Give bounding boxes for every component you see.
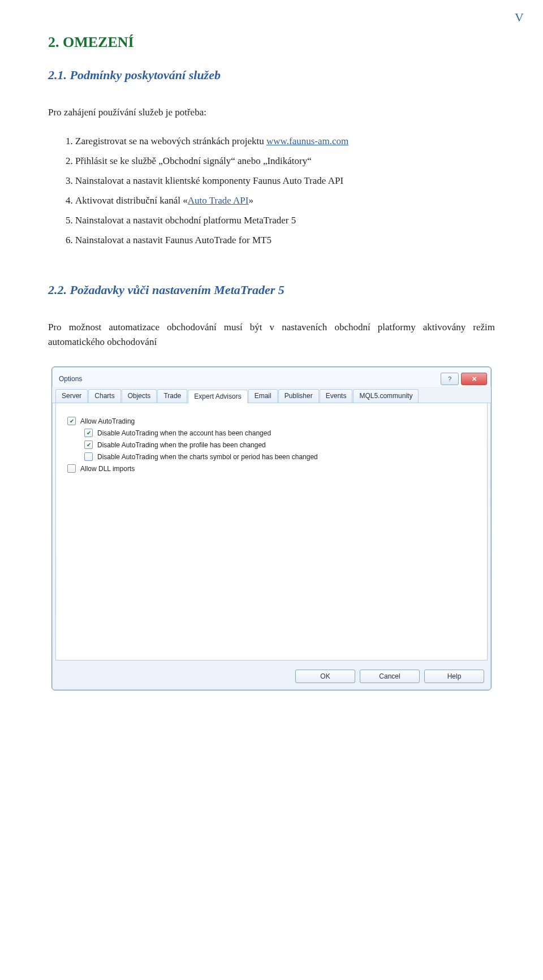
list-item: Aktivovat distribuční kanál «Auto Trade … bbox=[75, 193, 495, 209]
intro-paragraph: Pro zahájení používání služeb je potřeba… bbox=[48, 105, 495, 120]
list-item: Nainstalovat a nastavit klientské kompon… bbox=[75, 173, 495, 189]
requirements-paragraph: Pro možnost automatizace obchodování mus… bbox=[48, 320, 495, 350]
dialog-tabbar: Server Charts Objects Trade Expert Advis… bbox=[52, 387, 491, 403]
step-text: Zaregistrovat se na webových stránkách p… bbox=[75, 136, 266, 146]
tab-server[interactable]: Server bbox=[55, 389, 88, 403]
tab-events[interactable]: Events bbox=[320, 389, 353, 403]
list-item: Zaregistrovat se na webových stránkách p… bbox=[75, 133, 495, 150]
page-corner-marker: V bbox=[515, 10, 524, 25]
list-item: Přihlásit se ke službě „Obchodní signály… bbox=[75, 153, 495, 170]
tab-publisher[interactable]: Publisher bbox=[278, 389, 319, 403]
dialog-footer: OK Cancel Help bbox=[52, 664, 491, 690]
dialog-body: Allow AutoTrading Disable AutoTrading wh… bbox=[55, 403, 488, 660]
cancel-button[interactable]: Cancel bbox=[360, 670, 420, 683]
tab-trade[interactable]: Trade bbox=[157, 389, 187, 403]
ok-button[interactable]: OK bbox=[295, 670, 355, 683]
checkbox-icon[interactable] bbox=[84, 441, 93, 449]
checkbox-icon[interactable] bbox=[84, 429, 93, 437]
step-text: Aktivovat distribuční kanál « bbox=[75, 195, 188, 206]
dialog-title: Options bbox=[59, 375, 82, 383]
heading-podminky: 2.1. Podmínky poskytování služeb bbox=[48, 68, 495, 83]
option-disable-symbol-changed: Disable AutoTrading when the charts symb… bbox=[67, 452, 476, 461]
heading-omezeni: 2. OMEZENÍ bbox=[48, 34, 495, 51]
step-text-suffix: » bbox=[248, 195, 253, 206]
close-window-button[interactable]: ✕ bbox=[461, 373, 487, 385]
auto-trade-api-link[interactable]: Auto Trade API bbox=[188, 195, 249, 206]
checkbox-icon[interactable] bbox=[67, 417, 76, 425]
option-allow-autotrading: Allow AutoTrading bbox=[67, 417, 476, 425]
option-disable-account-changed: Disable AutoTrading when the account has… bbox=[67, 429, 476, 437]
option-label: Disable AutoTrading when the profile has… bbox=[97, 441, 266, 449]
options-dialog: Options ? ✕ Server Charts Objects Trade … bbox=[51, 366, 492, 690]
list-item: Nainstalovat a nastavit obchodní platfor… bbox=[75, 213, 495, 229]
option-label: Allow DLL imports bbox=[80, 465, 135, 473]
faunus-link[interactable]: www.faunus-am.com bbox=[266, 136, 348, 146]
list-item: Nainstalovat a nastavit Faunus AutoTrade… bbox=[75, 232, 495, 249]
option-disable-profile-changed: Disable AutoTrading when the profile has… bbox=[67, 441, 476, 449]
tab-mql5[interactable]: MQL5.community bbox=[353, 389, 419, 403]
checkbox-icon[interactable] bbox=[84, 452, 93, 461]
tab-email[interactable]: Email bbox=[248, 389, 278, 403]
tab-charts[interactable]: Charts bbox=[88, 389, 120, 403]
checkbox-icon[interactable] bbox=[67, 464, 76, 473]
document-page: V 2. OMEZENÍ 2.1. Podmínky poskytování s… bbox=[0, 0, 543, 980]
option-allow-dll: Allow DLL imports bbox=[67, 464, 476, 473]
tab-objects[interactable]: Objects bbox=[122, 389, 157, 403]
dialog-titlebar: Options ? ✕ bbox=[52, 367, 491, 387]
tab-expert-advisors[interactable]: Expert Advisors bbox=[188, 390, 247, 403]
steps-list: Zaregistrovat se na webových stránkách p… bbox=[48, 133, 495, 248]
option-label: Allow AutoTrading bbox=[80, 417, 135, 425]
help-window-button[interactable]: ? bbox=[441, 373, 459, 385]
window-buttons: ? ✕ bbox=[441, 373, 487, 385]
option-label: Disable AutoTrading when the charts symb… bbox=[97, 453, 318, 461]
help-button[interactable]: Help bbox=[424, 670, 484, 683]
option-label: Disable AutoTrading when the account has… bbox=[97, 429, 271, 437]
heading-pozadavky: 2.2. Požadavky vůči nastavením MetaTrade… bbox=[48, 283, 495, 297]
